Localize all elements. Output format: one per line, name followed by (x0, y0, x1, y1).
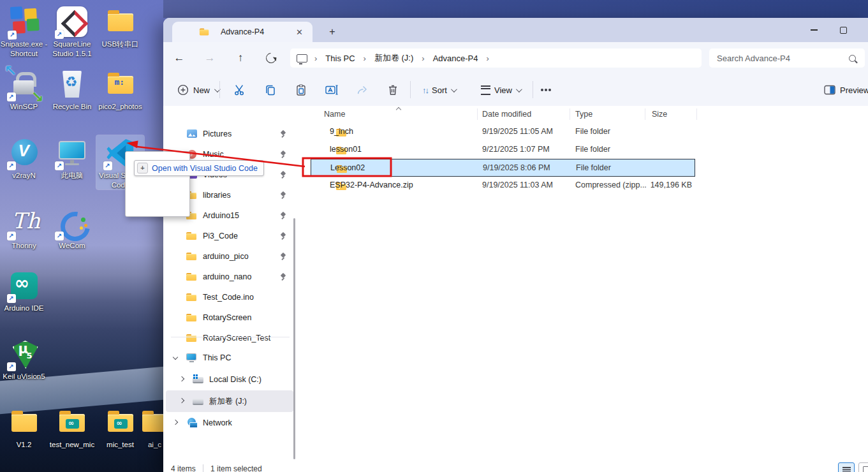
minimize-button[interactable] (801, 22, 827, 38)
sidebar-scrollbar[interactable] (293, 218, 295, 459)
tab-folder-icon (200, 27, 210, 36)
column-divider[interactable] (570, 108, 570, 120)
new-tab-button[interactable]: + (324, 24, 341, 40)
view-button[interactable]: View (476, 80, 526, 100)
more-options-button[interactable] (536, 80, 556, 100)
tree-item-icon (186, 418, 198, 428)
status-divider (203, 464, 203, 472)
tree-chevron-icon[interactable] (171, 353, 181, 363)
sidebar-item[interactable]: Pictures (166, 124, 293, 144)
desktop-icon[interactable]: V1.2 (0, 404, 48, 450)
details-view-toggle[interactable] (838, 462, 855, 472)
content-area: Pictures Music Videos librari (163, 106, 868, 461)
tooltip-text: Open with Visual Studio Code (152, 164, 258, 173)
sort-button[interactable]: ↑↓ Sort (417, 80, 460, 100)
large-icons-view-toggle[interactable] (858, 462, 868, 472)
refresh-button[interactable] (260, 47, 282, 69)
sidebar-item[interactable]: RotaryScreen_Test (166, 328, 293, 348)
column-header-date[interactable]: Date modified (482, 106, 531, 122)
desktop-icon[interactable]: Recycle Bin (48, 66, 96, 112)
desktop-icon[interactable]: Keil uVision5 (0, 336, 48, 381)
file-row[interactable]: 9_inch 9/19/2025 11:05 AM File folder (311, 123, 695, 141)
desktop-icon[interactable]: pico2_photos (96, 66, 144, 112)
desktop-icon-image (8, 207, 41, 240)
close-button[interactable] (858, 22, 868, 38)
paste-button[interactable] (291, 80, 311, 100)
sidebar-tree-item[interactable]: 新加卷 (J:) (166, 390, 293, 412)
shortcut-arrow-icon (7, 92, 16, 101)
pin-icon (279, 232, 287, 240)
maximize-button[interactable] (830, 22, 856, 38)
file-date-modified: 9/21/2025 1:07 PM (482, 141, 550, 158)
share-button[interactable] (352, 80, 372, 100)
column-divider[interactable] (645, 108, 645, 120)
desktop-icon-image (104, 5, 137, 38)
search-input[interactable]: Search Advance-P4 (709, 48, 865, 68)
desktop-icon[interactable]: USB转串口 (96, 4, 144, 49)
desktop-icon-image (8, 136, 41, 170)
desktop-icon[interactable]: WinSCP (0, 66, 48, 112)
icon-layer (104, 5, 137, 38)
sidebar-item[interactable]: Pi3_Code (166, 226, 293, 246)
file-row[interactable]: ESP32-P4-Advance.zip 9/19/2025 11:03 AM … (311, 177, 695, 195)
column-divider[interactable] (696, 108, 697, 120)
desktop-icon-image (6, 4, 41, 40)
desktop-icon[interactable]: test_new_mic (48, 404, 96, 450)
sidebar-item[interactable]: RotaryScreen (166, 307, 293, 328)
file-row[interactable]: Lesson02 9/19/2025 8:06 PM File folder (311, 159, 695, 177)
tree-chevron-icon[interactable] (177, 374, 188, 385)
sidebar-item-icon (186, 313, 198, 323)
explorer-tab[interactable]: Advance-P4 ✕ (172, 22, 313, 42)
address-bar[interactable]: › This PC › 新加卷 (J:) › Advance-P4 › (290, 48, 702, 68)
cut-button[interactable] (230, 80, 250, 100)
desktop-icon-label: Snipaste.exe - Shortcut (0, 40, 48, 58)
search-placeholder: Search Advance-P4 (717, 54, 790, 63)
rename-button[interactable] (321, 80, 342, 100)
sidebar-item[interactable]: arduino_nano (166, 267, 293, 287)
sidebar-item[interactable]: Test_Code.ino (166, 287, 293, 307)
column-header-size[interactable]: Size (652, 106, 667, 122)
file-row[interactable]: lesson01 9/21/2025 1:07 PM File folder (311, 141, 695, 159)
pin-icon (279, 273, 287, 281)
desktop-icon[interactable]: WeCom (48, 205, 96, 251)
shortcut-arrow-icon (7, 294, 16, 303)
desktop-icon[interactable]: Snipaste.exe - Shortcut (0, 4, 48, 58)
navigation-bar: ← → ↑ › This PC › 新加卷 (J:) › Advance-P4 … (163, 42, 868, 74)
breadcrumb-drive[interactable]: 新加卷 (J:) (373, 51, 415, 65)
file-size: 149,196 KB (610, 177, 692, 194)
up-button[interactable]: ↑ (230, 47, 251, 69)
sort-arrows-icon: ↑↓ (422, 85, 428, 95)
column-header-name[interactable]: Name (324, 106, 345, 122)
forward-button[interactable]: → (199, 47, 221, 69)
delete-button[interactable] (383, 80, 403, 100)
desktop-icon[interactable]: SquareLine Studio 1.5.1 (48, 4, 96, 58)
tree-item-icon (186, 353, 198, 363)
tab-close-icon[interactable]: ✕ (293, 27, 306, 38)
file-type: File folder (576, 159, 611, 177)
status-bar: 4 items 1 item selected (163, 461, 868, 472)
preview-button-label: Preview (840, 85, 868, 95)
preview-toggle-button[interactable]: Preview (819, 80, 868, 100)
tree-chevron-icon[interactable] (177, 396, 188, 406)
sidebar-tree-item[interactable]: Network (166, 412, 293, 434)
file-type: File folder (575, 141, 610, 158)
icon-layer (104, 68, 137, 101)
sidebar-tree-item[interactable]: Local Disk (C:) (166, 369, 293, 390)
sidebar-tree-item[interactable]: This PC (166, 347, 293, 369)
file-date-modified: 9/19/2025 11:05 AM (482, 123, 553, 140)
desktop-icon[interactable]: 此电脑 (48, 135, 96, 181)
sidebar-item-icon (186, 231, 198, 241)
breadcrumb-this-pc[interactable]: This PC (324, 52, 356, 64)
tree-chevron-icon[interactable] (171, 418, 181, 428)
copy-button[interactable] (260, 80, 281, 100)
sidebar-item[interactable]: arduino_pico (166, 246, 293, 267)
breadcrumb-current-folder[interactable]: Advance-P4 (432, 52, 480, 64)
desktop-icon[interactable]: Arduino IDE (0, 268, 48, 313)
column-header-type[interactable]: Type (575, 106, 592, 122)
desktop-icon[interactable]: v2rayN (0, 135, 48, 181)
new-button[interactable]: New (171, 80, 225, 100)
back-button[interactable]: ← (168, 47, 190, 69)
column-divider[interactable] (477, 108, 478, 120)
tab-title: Advance-P4 (221, 27, 293, 36)
desktop-icon[interactable]: Thonny (0, 205, 48, 251)
